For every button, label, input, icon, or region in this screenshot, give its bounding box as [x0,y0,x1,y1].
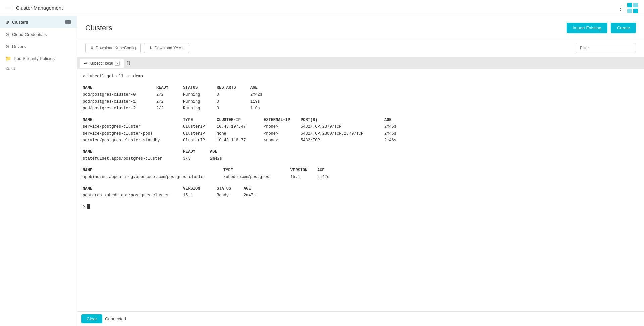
sidebar-item-label-clusters: Clusters [12,20,28,25]
svc-0-external-ip: <none> [264,123,301,130]
svc-header-external-ip: EXTERNAL-IP [264,117,301,123]
more-options-icon[interactable]: ⋮ [618,4,624,12]
page-header-actions: Import Existing Create [567,23,636,33]
terminal-pods-section: NAME READY STATUS RESTARTS AGE pod/postg… [83,84,639,112]
svc-1-external-ip: <none> [264,130,301,137]
svc-0-ports: 5432/TCP,2379/TCP [301,123,384,130]
drivers-icon: ⊙ [5,44,9,49]
main-layout: ⊕ Clusters 1 ⊙ Cloud Credentials ⊙ Drive… [0,16,644,326]
sidebar-item-label-drivers: Drivers [12,44,26,49]
svg-rect-3 [633,9,638,13]
sidebar-item-left-pod: 📁 Pod Security Policies [5,56,55,61]
clusters-badge: 1 [65,20,71,24]
sidebar-item-pod-security[interactable]: 📁 Pod Security Policies [0,52,77,64]
sidebar-item-left: ⊕ Clusters [5,19,28,25]
ab-0-age: 2m42s [317,174,344,180]
sts-0-name: statefulset.apps/postgres-cluster [83,155,183,162]
pods-header-status: STATUS [183,84,217,91]
sts-0-age: 2m42s [210,155,237,162]
svc-0-cluster-ip: 10.43.197.47 [217,123,264,130]
ab-0-version: 15.1 [290,174,317,180]
filter-input[interactable] [576,43,636,53]
terminal-tab-local[interactable]: ↩ Kubectl: local × [80,59,124,68]
svc-1-name: service/postgres-cluster-pods [83,130,183,137]
sidebar-item-drivers[interactable]: ⊙ Drivers [0,40,77,52]
pg-0-age: 2m47s [244,192,270,199]
pod-1-status: Running [183,98,217,105]
toolbar: ⬇ Download KubeConfig ⬇ Download YAML [77,39,644,57]
sidebar-item-left-cloud: ⊙ Cloud Credentials [5,31,47,37]
svg-rect-0 [627,3,632,7]
pg-0-name: postgres.kubedb.com/postgres-cluster [83,192,183,199]
content-area: Clusters Import Existing Create ⬇ Downlo… [77,16,644,326]
ab-header-type: TYPE [223,167,290,174]
app-logo [627,2,639,14]
sts-0-ready: 3/3 [183,155,210,162]
pg-header-version: VERSION [183,185,217,192]
pod-1-ready: 2/2 [156,98,183,105]
svc-2-name: service/postgres-cluster-standby [83,137,183,144]
svc-header-type: TYPE [183,117,217,123]
terminal-container: ↩ Kubectl: local × ⇅ > kubectl get all -… [77,57,644,311]
terminal-postgres-section: NAME VERSION STATUS AGE postgres.kubedb.… [83,185,639,199]
terminal-prompt-line: > [83,204,639,210]
svc-1-age: 2m46s [384,130,411,137]
terminal-services-section: NAME TYPE CLUSTER-IP EXTERNAL-IP PORT(S)… [83,117,639,144]
page-header: Clusters Import Existing Create [77,16,644,39]
pod-0-restarts: 0 [217,91,250,98]
pg-header-age: AGE [244,185,270,192]
pod-2-name: pod/postgres-cluster-2 [83,105,156,112]
pg-header-status: STATUS [217,185,244,192]
svc-header-cluster-ip: CLUSTER-IP [217,117,264,123]
ab-header-age: AGE [317,167,344,174]
download-yaml-label: Download YAML [154,46,184,50]
terminal-expand-icon[interactable]: ⇅ [126,60,131,66]
terminal-command-text: > kubectl get all -n demo [83,74,143,79]
download-yaml-icon: ⬇ [149,46,152,50]
topbar: Cluster Management ⋮ [0,0,644,16]
ab-0-name: appbinding.appcatalog.appscode.com/postg… [83,174,223,180]
sidebar-item-left-drivers: ⊙ Drivers [5,44,26,49]
pod-0-ready: 2/2 [156,91,183,98]
svc-header-name: NAME [83,117,183,123]
terminal-appbinding-section: NAME TYPE VERSION AGE appbinding.appcata… [83,167,639,181]
menu-icon[interactable] [5,6,12,10]
toolbar-left: ⬇ Download KubeConfig ⬇ Download YAML [85,43,189,53]
svc-2-cluster-ip: 10.43.116.77 [217,137,264,144]
statusbar: Clear Connected [77,311,644,326]
page-title: Clusters [85,24,112,32]
svc-1-ports: 5432/TCP,2380/TCP,2379/TCP [301,130,384,137]
terminal-prompt-text: > [83,204,85,209]
sidebar-item-cloud-credentials[interactable]: ⊙ Cloud Credentials [0,28,77,40]
app-title: Cluster Management [16,5,63,11]
sts-header-name: NAME [83,148,183,155]
svg-rect-1 [633,3,638,7]
cloud-credentials-icon: ⊙ [5,31,9,37]
pod-2-ready: 2/2 [156,105,183,112]
svc-header-age: AGE [384,117,411,123]
topbar-left: Cluster Management [5,5,63,11]
terminal-body[interactable]: > kubectl get all -n demo NAME READY STA… [77,69,644,311]
terminal-tab-close-button[interactable]: × [115,61,120,66]
terminal-tab-icon: ↩ [84,61,87,66]
import-existing-button[interactable]: Import Existing [567,23,607,33]
download-kubeconfig-label: Download KubeConfig [96,46,136,50]
terminal-tabbar: ↩ Kubectl: local × ⇅ [77,57,644,69]
download-kubeconfig-button[interactable]: ⬇ Download KubeConfig [85,43,141,53]
svc-2-ports: 5432/TCP [301,137,384,144]
ab-header-version: VERSION [290,167,317,174]
create-button[interactable]: Create [611,23,636,33]
clear-button[interactable]: Clear [81,314,102,323]
download-yaml-button[interactable]: ⬇ Download YAML [144,43,189,53]
svc-2-age: 2m46s [384,137,411,144]
terminal-statefulset-section: NAME READY AGE statefulset.apps/postgres… [83,148,639,162]
download-kubeconfig-icon: ⬇ [90,46,94,50]
sidebar-item-clusters[interactable]: ⊕ Clusters 1 [0,16,77,28]
pg-0-status: Ready [217,192,244,199]
pod-0-name: pod/postgres-cluster-0 [83,91,156,98]
svc-0-type: ClusterIP [183,123,217,130]
terminal-cursor [87,204,90,209]
connection-status: Connected [105,316,126,321]
pods-header-restarts: RESTARTS [217,84,250,91]
svc-1-cluster-ip: None [217,130,264,137]
